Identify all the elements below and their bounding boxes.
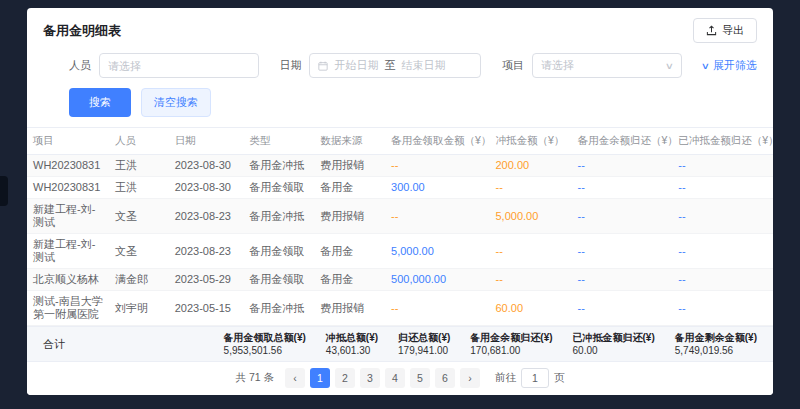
cell-amount-offset-returned: -- — [672, 155, 773, 177]
page-button-2[interactable]: 2 — [335, 368, 355, 388]
summary-stat-label: 备用金余额归还(¥) — [470, 331, 552, 344]
cell-person: 王洪 — [109, 177, 169, 199]
project-select-placeholder: 请选择 — [541, 58, 574, 73]
table-row[interactable]: 新建工程-刘-测试文圣2023-08-23备用金冲抵费用报销--5,000.00… — [27, 199, 773, 234]
cell-type: 备用金冲抵 — [243, 199, 314, 234]
cell-person: 王洪 — [109, 155, 169, 177]
cell-amount-offset-returned: -- — [672, 234, 773, 269]
column-header: 类型 — [243, 128, 314, 155]
page-button-5[interactable]: 5 — [410, 368, 430, 388]
cell-amount-balance-returned: -- — [572, 177, 673, 199]
summary-stat: 已冲抵金额归还(¥)60.00 — [573, 331, 655, 357]
page-list: 123456 — [310, 368, 455, 388]
summary-stat-label: 归还总额(¥) — [398, 331, 450, 344]
column-header: 备用金领取金额（¥） — [385, 128, 489, 155]
expand-filter-link[interactable]: ∨ 展开筛选 — [702, 58, 757, 73]
cell-amount-balance-returned: -- — [572, 155, 673, 177]
date-range-picker[interactable]: 开始日期 至 结束日期 — [309, 53, 481, 78]
search-actions: 搜索 清空搜索 — [27, 88, 773, 127]
column-header: 项目 — [27, 128, 109, 155]
project-select[interactable]: 请选择 ∨ — [532, 53, 682, 78]
cell-amount-received: 5,000.00 — [385, 234, 489, 269]
column-header: 已冲抵金额归还（¥） — [672, 128, 773, 155]
summary-stat: 备用金余额归还(¥)170,681.00 — [470, 331, 552, 357]
cell-amount-received: -- — [385, 155, 489, 177]
summary-stat-label: 冲抵总额(¥) — [326, 331, 378, 344]
column-header: 备用金余额归还（¥） — [572, 128, 673, 155]
next-page-button[interactable]: › — [460, 368, 480, 388]
table-row[interactable]: WH20230831王洪2023-08-30备用金领取备用金300.00----… — [27, 177, 773, 199]
cell-amount-received: 500,000.00 — [385, 269, 489, 291]
cell-amount-received: 300.00 — [385, 177, 489, 199]
column-header: 日期 — [169, 128, 244, 155]
cell-amount-offset: 5,000.00 — [489, 199, 571, 234]
cell-source: 费用报销 — [314, 155, 385, 177]
filter-bar: 人员 日期 开始日期 至 结束日期 项目 请选择 ∨ — [27, 51, 773, 88]
date-filter: 日期 开始日期 至 结束日期 — [279, 53, 481, 78]
column-header: 数据来源 — [314, 128, 385, 155]
project-filter: 项目 请选择 ∨ — [502, 53, 682, 78]
cell-person: 文圣 — [109, 234, 169, 269]
export-button[interactable]: 导出 — [693, 18, 757, 43]
goto-label: 前往 — [495, 371, 516, 385]
pagination-bar: 共 71 条 ‹ 123456 › 前往 页 — [27, 362, 773, 395]
cell-amount-offset-returned: -- — [672, 177, 773, 199]
cell-type: 备用金领取 — [243, 234, 314, 269]
summary-stat-value: 5,953,501.56 — [224, 344, 306, 357]
total-count: 共 71 条 — [235, 371, 274, 385]
export-icon — [706, 25, 717, 36]
page-button-3[interactable]: 3 — [360, 368, 380, 388]
cell-project: WH20230831 — [27, 177, 109, 199]
page-button-4[interactable]: 4 — [385, 368, 405, 388]
summary-stat-label: 备用金领取总额(¥) — [224, 331, 306, 344]
summary-stat-label: 已冲抵金额归还(¥) — [573, 331, 655, 344]
goto-page-input[interactable] — [521, 368, 549, 388]
person-select-input[interactable] — [99, 53, 259, 78]
total-label: 合计 — [43, 337, 65, 352]
summary-stat: 归还总额(¥)179,941.00 — [398, 331, 450, 357]
cell-amount-offset: 60.00 — [489, 291, 571, 326]
cell-amount-offset-returned: -- — [672, 199, 773, 234]
cell-type: 备用金冲抵 — [243, 155, 314, 177]
cell-date: 2023-08-23 — [169, 234, 244, 269]
cell-source: 备用金 — [314, 234, 385, 269]
cell-amount-offset-returned: -- — [672, 269, 773, 291]
cell-date: 2023-08-30 — [169, 155, 244, 177]
cell-date: 2023-08-30 — [169, 177, 244, 199]
sidebar-collapse-handle[interactable] — [0, 176, 8, 206]
cell-amount-balance-returned: -- — [572, 291, 673, 326]
cell-source: 费用报销 — [314, 291, 385, 326]
cell-amount-offset: -- — [489, 234, 571, 269]
table-row[interactable]: 北京顺义杨林满金郎2023-05-29备用金领取备用金500,000.00---… — [27, 269, 773, 291]
project-filter-label: 项目 — [502, 58, 524, 73]
table-row[interactable]: 新建工程-刘-测试文圣2023-08-23备用金领取备用金5,000.00---… — [27, 234, 773, 269]
summary-stat-value: 170,681.00 — [470, 344, 552, 357]
table-row[interactable]: 测试-南昌大学第一附属医院刘宇明2023-05-15备用金冲抵费用报销--60.… — [27, 291, 773, 326]
data-table: 项目人员日期类型数据来源备用金领取金额（¥）冲抵金额（¥）备用金余额归还（¥）已… — [27, 127, 773, 326]
summary-stat-label: 备用金剩余金额(¥) — [675, 331, 757, 344]
cell-type: 备用金冲抵 — [243, 291, 314, 326]
date-separator: 至 — [384, 58, 395, 73]
date-filter-label: 日期 — [279, 58, 301, 73]
cell-type: 备用金领取 — [243, 177, 314, 199]
cell-amount-offset: -- — [489, 177, 571, 199]
summary-stats: 备用金领取总额(¥)5,953,501.56冲抵总额(¥)43,601.30归还… — [224, 331, 757, 357]
summary-stat-value: 60.00 — [573, 344, 655, 357]
cell-person: 满金郎 — [109, 269, 169, 291]
page-button-1[interactable]: 1 — [310, 368, 330, 388]
search-button[interactable]: 搜索 — [69, 88, 131, 117]
table-row[interactable]: WH20230831王洪2023-08-30备用金冲抵费用报销--200.00-… — [27, 155, 773, 177]
cell-person: 刘宇明 — [109, 291, 169, 326]
calendar-icon — [318, 61, 328, 71]
cell-date: 2023-08-23 — [169, 199, 244, 234]
clear-search-button[interactable]: 清空搜索 — [141, 88, 211, 117]
cell-amount-offset: -- — [489, 269, 571, 291]
summary-stat: 备用金领取总额(¥)5,953,501.56 — [224, 331, 306, 357]
prev-page-button[interactable]: ‹ — [285, 368, 305, 388]
date-end-placeholder: 结束日期 — [401, 58, 445, 73]
person-filter-label: 人员 — [69, 58, 91, 73]
page-button-6[interactable]: 6 — [435, 368, 455, 388]
cell-source: 费用报销 — [314, 199, 385, 234]
cell-project: 北京顺义杨林 — [27, 269, 109, 291]
cell-amount-balance-returned: -- — [572, 199, 673, 234]
